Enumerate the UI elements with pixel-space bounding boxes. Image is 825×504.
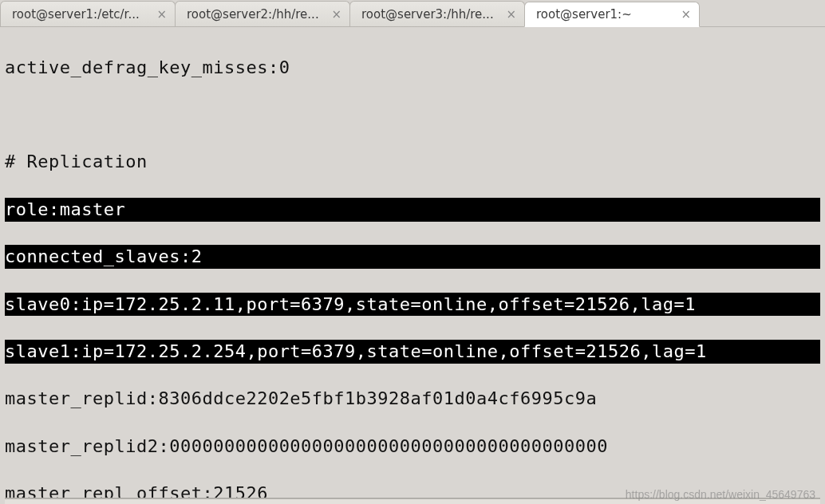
tab-bar: root@server1:/etc/r... × root@server2:/h… (0, 0, 825, 27)
tab-label: root@server1:/etc/r... (12, 7, 140, 22)
tab-server3-hh[interactable]: root@server3:/hh/re... × (349, 1, 525, 26)
tab-server1-etc[interactable]: root@server1:/etc/r... × (0, 1, 176, 26)
tab-label: root@server2:/hh/re... (187, 7, 319, 22)
output-line: active_defrag_key_misses:0 (5, 56, 820, 80)
tab-server1-home[interactable]: root@server1:~ × (524, 2, 700, 27)
highlighted-line: connected_slaves:2 (5, 245, 820, 269)
close-icon[interactable]: × (681, 7, 691, 22)
tab-label: root@server3:/hh/re... (361, 7, 494, 22)
output-line: master_replid2:0000000000000000000000000… (5, 435, 820, 459)
close-icon[interactable]: × (156, 7, 167, 22)
blank-line (5, 103, 820, 127)
tab-server2-hh[interactable]: root@server2:/hh/re... × (175, 1, 350, 26)
section-header-replication: # Replication (5, 150, 820, 174)
highlighted-line: role:master (5, 198, 820, 222)
output-line: master_replid:8306ddce2202e5fbf1b3928af0… (5, 387, 820, 411)
watermark: https://blog.csdn.net/weixin_45649763 (626, 488, 815, 501)
tab-label: root@server1:~ (536, 7, 632, 22)
close-icon[interactable]: × (331, 7, 341, 22)
terminal-output[interactable]: active_defrag_key_misses:0 # Replication… (0, 27, 825, 504)
close-icon[interactable]: × (506, 7, 516, 22)
highlighted-line: slave1:ip=172.25.2.254,port=6379,state=o… (5, 340, 820, 364)
highlighted-line: slave0:ip=172.25.2.11,port=6379,state=on… (5, 293, 820, 317)
